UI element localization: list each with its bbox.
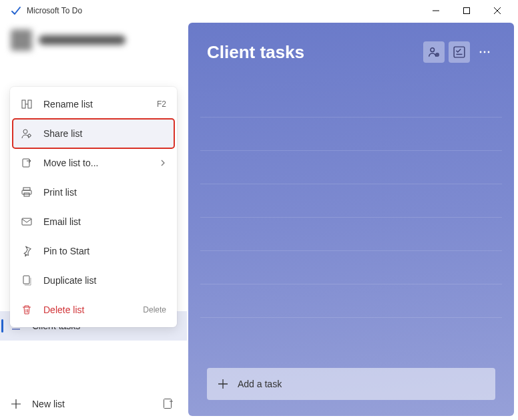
duplicate-icon [21,274,33,286]
app-icon [11,5,21,16]
minimize-button[interactable] [421,0,451,21]
svg-rect-6 [23,159,29,167]
svg-rect-11 [23,276,29,284]
svg-rect-1 [164,399,172,409]
move-icon [21,157,33,169]
task-row-placeholder [200,251,502,284]
svg-point-5 [28,134,31,137]
menu-shortcut: Delete [143,305,166,314]
menu-label: Share list [43,128,166,139]
menu-delete-list[interactable]: Delete list Delete [13,295,174,325]
svg-rect-14 [454,47,465,57]
list-options-button[interactable] [474,41,495,63]
maximize-button[interactable] [451,0,482,21]
svg-rect-8 [22,190,31,194]
new-list-label: New list [32,399,65,409]
svg-point-17 [488,51,490,53]
main-panel: Client tasks Add a task [188,23,514,416]
print-icon [21,186,33,198]
sidebar: Client tasks New list Rename list F2 [0,21,187,420]
context-menu: Rename list F2 Share list Move list to..… [10,87,177,327]
menu-label: Print list [43,187,166,198]
svg-point-12 [431,48,435,52]
task-row-placeholder [200,151,502,184]
page-title: Client tasks [207,42,419,63]
new-group-button[interactable] [163,398,176,410]
add-task-input[interactable]: Add a task [207,368,495,400]
menu-label: Rename list [43,99,146,110]
svg-rect-10 [22,218,31,225]
task-row-placeholder [200,218,502,251]
task-row-placeholder [200,184,502,218]
svg-point-16 [484,51,486,53]
menu-duplicate-list[interactable]: Duplicate list [13,266,174,295]
task-row-placeholder [200,118,502,151]
menu-shortcut: F2 [157,99,166,109]
task-row-placeholder [200,84,502,118]
titlebar: Microsoft To Do [0,0,518,21]
close-button[interactable] [482,0,513,21]
menu-label: Duplicate list [43,275,166,286]
profile-name [39,35,125,45]
chevron-right-icon [160,160,166,166]
task-area [200,71,502,368]
svg-rect-3 [28,100,31,108]
menu-pin-to-start[interactable]: Pin to Start [13,236,174,266]
menu-label: Move list to... [43,158,149,168]
share-icon [21,128,33,140]
menu-share-list[interactable]: Share list [13,119,174,148]
menu-move-list[interactable]: Move list to... [13,148,174,178]
svg-point-15 [480,51,482,53]
email-icon [21,216,33,228]
menu-label: Delete list [43,304,132,315]
plus-icon [218,379,228,389]
plus-icon [11,399,21,409]
new-list-button[interactable]: New list [11,399,163,409]
svg-rect-7 [23,188,30,190]
avatar [11,29,32,51]
svg-rect-2 [22,100,25,108]
menu-label: Pin to Start [43,246,166,256]
svg-rect-0 [464,8,470,14]
menu-rename-list[interactable]: Rename list F2 [13,89,174,119]
menu-label: Email list [43,216,166,227]
app-title: Microsoft To Do [27,6,82,15]
task-row-placeholder [200,284,502,318]
share-button[interactable] [423,41,445,63]
delete-icon [21,304,33,316]
rename-icon [21,98,33,110]
add-task-placeholder: Add a task [238,379,282,389]
menu-email-list[interactable]: Email list [13,207,174,236]
suggestions-button[interactable] [449,41,470,63]
pin-icon [21,245,33,257]
menu-print-list[interactable]: Print list [13,178,174,207]
svg-point-4 [23,130,27,134]
profile-section[interactable] [0,21,187,59]
